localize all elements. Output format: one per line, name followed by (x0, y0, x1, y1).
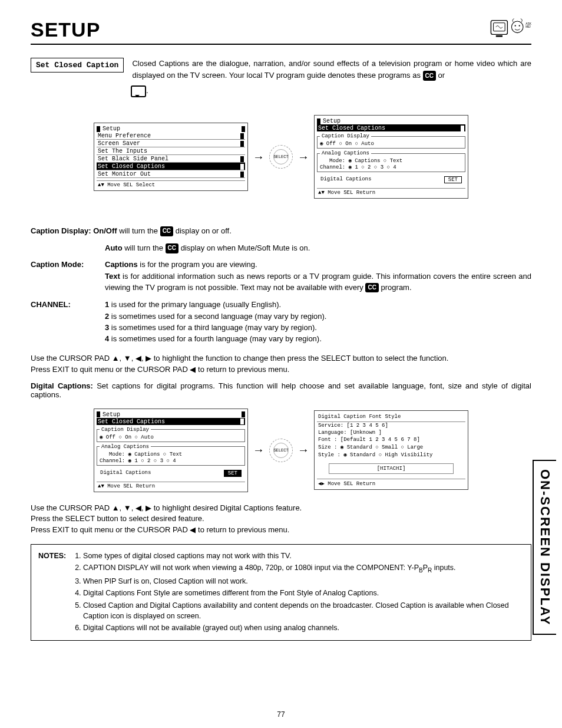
cc-icon: CC (423, 71, 436, 81)
select-button-icon: SELECT (269, 145, 293, 169)
ask-me-icon: ASK ME! (490, 18, 531, 41)
arrow-right-icon: → (253, 443, 265, 457)
arrow-right-icon: → (297, 150, 309, 164)
svg-point-4 (515, 25, 516, 27)
svg-text:ASK: ASK (525, 22, 531, 25)
svg-point-5 (519, 25, 520, 27)
osd-closed-captions-2: Setup Set Closed Captions Caption Displa… (94, 409, 248, 492)
page-number: 77 (0, 710, 562, 719)
section-box-label: Set Closed Caption (31, 58, 124, 73)
note-item: When PIP Surf is on, Closed Caption will… (83, 576, 524, 587)
page-title: SETUP (31, 18, 100, 41)
osd-setup-menu: Setup Menu Preference Screen Saver Set T… (94, 123, 248, 191)
select-button-icon: SELECT (269, 439, 293, 462)
arrow-right-icon: → (253, 150, 265, 164)
channel-label: CHANNEL: (31, 300, 99, 309)
cc-icon: CC (365, 283, 378, 293)
osd-digital-font-style: Digital Caption Font Style Service: [1 2… (314, 410, 468, 490)
caption-display-label: Caption Display: (31, 226, 91, 235)
svg-rect-2 (496, 35, 503, 37)
svg-text:ME!: ME! (525, 25, 531, 28)
note-item: Closed Caption and Digital Captions avai… (83, 600, 524, 621)
caption-mode-label: Caption Mode: (31, 260, 99, 269)
note-item: Digital Captions Font Style are sometime… (83, 588, 524, 598)
cc-icon: CC (160, 226, 173, 236)
svg-point-3 (511, 21, 523, 33)
note-item: CAPTION DISPLAY will not work when viewi… (83, 562, 524, 575)
notes-box: NOTES: Some types of digital closed capt… (31, 544, 531, 641)
speech-bubble-icon (131, 85, 146, 97)
osd-closed-captions: Setup Set Closed Captions Caption Displa… (314, 115, 468, 199)
note-item: Some types of digital closed captions ma… (83, 551, 524, 561)
intro-text: Closed Captions are the dialogue, narrat… (132, 58, 531, 81)
cc-icon: CC (166, 243, 178, 253)
side-tab: ON-SCREEN DISPLAY (533, 460, 556, 635)
note-item: Digital Captions will not be available (… (83, 622, 524, 633)
arrow-right-icon: → (297, 443, 309, 457)
